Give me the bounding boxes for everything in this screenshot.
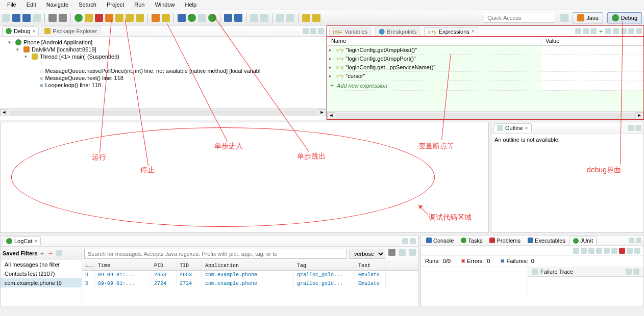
quick-access-input[interactable] — [484, 13, 555, 23]
debug-tree-row[interactable]: ≡ — [2, 60, 324, 67]
max-icon[interactable] — [636, 28, 642, 34]
save-log-icon[interactable] — [388, 249, 395, 256]
close-icon[interactable]: × — [32, 29, 35, 34]
open-type-icon[interactable] — [250, 14, 258, 22]
expression-row[interactable]: ▸x+y"cursor" — [327, 72, 643, 81]
step-over-icon[interactable] — [126, 14, 134, 22]
outline-tab[interactable]: Outline× — [493, 123, 532, 132]
run-btn-icon[interactable] — [188, 14, 196, 22]
toggle-bp-icon[interactable] — [276, 14, 284, 22]
new-class-icon[interactable] — [224, 14, 232, 22]
step-into-icon[interactable] — [115, 14, 123, 22]
disconnect-icon[interactable] — [105, 14, 113, 22]
minimize-icon[interactable] — [310, 28, 316, 34]
debug-btn-icon[interactable] — [178, 14, 186, 22]
suspend-icon[interactable] — [85, 14, 93, 22]
rerun-icon[interactable] — [604, 248, 610, 254]
clear-log-icon[interactable] — [399, 249, 406, 256]
name-col-header[interactable]: Name — [327, 37, 541, 45]
package-explorer-tab[interactable]: Package Explorer — [41, 27, 101, 35]
h-scrollbar[interactable]: ◄► — [327, 111, 643, 119]
prev-fail-icon[interactable] — [581, 248, 587, 254]
max-icon[interactable] — [635, 125, 641, 131]
debug-tree-row[interactable]: ≡Looper.loop() line: 118 — [2, 82, 324, 89]
rerun-fail-icon[interactable] — [611, 248, 617, 254]
junit-tree[interactable] — [421, 267, 528, 297]
max-icon[interactable] — [410, 238, 416, 244]
perspective-java[interactable]: Java — [573, 12, 603, 23]
expression-row[interactable]: ▸x+y"loginConfig.getXmppHost()" — [327, 46, 643, 55]
maximize-icon[interactable] — [318, 28, 324, 34]
close-icon[interactable]: × — [472, 29, 475, 34]
add-filter-icon[interactable]: ＋ — [39, 250, 45, 257]
show-fail-icon[interactable] — [588, 248, 595, 254]
variables-tab[interactable]: (x)=Variables — [329, 27, 371, 36]
min-icon[interactable] — [402, 238, 408, 244]
filter-trace-icon[interactable] — [633, 269, 639, 275]
executables-tab[interactable]: Executables — [525, 236, 568, 245]
menu-project[interactable]: Project — [102, 0, 129, 10]
log-search-input[interactable] — [84, 249, 346, 259]
scroll-lock-icon[interactable] — [596, 248, 602, 254]
debug-tree-row[interactable]: ≡MessageQueue.next() line: 118 — [2, 74, 324, 82]
h-scrollbar[interactable]: ◄► — [0, 108, 326, 116]
log-level-select[interactable]: verbosedebuginfowarnerrorassert — [350, 249, 385, 259]
remove-all-icon[interactable] — [613, 28, 619, 34]
save-all-icon[interactable] — [22, 14, 31, 22]
expressions-tab[interactable]: x+yExpressions× — [424, 27, 478, 36]
import-icon[interactable] — [48, 14, 57, 22]
log-row[interactable]: D09-09 01:...27242724com.example.phonegr… — [82, 279, 418, 288]
close-icon[interactable]: × — [525, 125, 528, 131]
expression-row[interactable]: ▸x+y"loginConfig.getXmppPort()" — [327, 55, 643, 63]
coverage-icon[interactable] — [198, 14, 206, 22]
logcat-tab[interactable]: LogCat× — [3, 236, 41, 245]
forward-icon[interactable] — [312, 14, 320, 22]
filter-item[interactable]: All messages (no filter — [1, 260, 82, 269]
close-icon[interactable]: × — [34, 239, 37, 244]
console-tab[interactable]: Console — [423, 236, 457, 245]
menu-run[interactable]: Run — [129, 0, 150, 10]
debug-tree-row[interactable]: ▾Thread [<1> main] (Suspended) — [2, 53, 324, 60]
menu-window[interactable]: Window — [150, 0, 180, 10]
terminate-icon[interactable] — [95, 14, 103, 22]
min-icon[interactable] — [628, 28, 634, 34]
min-icon[interactable] — [628, 125, 634, 131]
view-menu-icon[interactable] — [303, 28, 309, 34]
history-icon[interactable] — [627, 248, 633, 254]
step-filters-icon[interactable] — [162, 14, 170, 22]
save-icon[interactable] — [12, 14, 20, 22]
edit-filter-icon[interactable] — [56, 250, 62, 256]
skip-bp-icon[interactable] — [286, 14, 294, 22]
menu-navigate[interactable]: Navigate — [41, 0, 73, 10]
scroll-lock-icon[interactable] — [409, 249, 416, 256]
menu-file[interactable]: File — [2, 0, 21, 10]
add-expression-icon[interactable]: ＋ — [598, 28, 604, 35]
problems-tab[interactable]: Problems — [486, 236, 523, 245]
debug-tab[interactable]: Debug × — [2, 27, 39, 35]
value-col-header[interactable]: Value — [541, 37, 643, 45]
menu-search[interactable]: Search — [73, 0, 102, 10]
print-icon[interactable] — [33, 14, 41, 22]
menu-edit[interactable]: Edit — [21, 0, 41, 10]
filter-item[interactable]: ContactsTest (2107) — [1, 269, 82, 278]
export-icon[interactable] — [59, 14, 67, 22]
vars-pin-icon[interactable] — [590, 28, 597, 34]
breakpoints-tab[interactable]: ⬤Breakpoints — [375, 27, 420, 36]
remove-icon[interactable] — [605, 28, 611, 34]
new-pkg-icon[interactable] — [234, 14, 242, 22]
menu-icon[interactable] — [634, 248, 640, 254]
search-btn-icon[interactable] — [260, 14, 268, 22]
tasks-tab[interactable]: Tasks — [458, 236, 485, 245]
back-icon[interactable] — [302, 14, 310, 22]
menu-icon[interactable] — [621, 28, 627, 34]
debug-tree-row[interactable]: ▾Phone [Android Application] — [2, 39, 324, 46]
drop-frame-icon[interactable] — [152, 14, 160, 22]
compare-icon[interactable] — [626, 269, 632, 275]
run-last-icon[interactable] — [208, 14, 216, 22]
perspective-debug[interactable]: Debug — [607, 12, 642, 23]
add-expression-link[interactable]: Add new expression — [337, 83, 387, 89]
vars-layout-icon[interactable] — [575, 28, 581, 34]
open-perspective-icon[interactable] — [560, 14, 568, 22]
min-icon[interactable] — [629, 238, 634, 243]
resume-icon[interactable] — [75, 14, 83, 22]
